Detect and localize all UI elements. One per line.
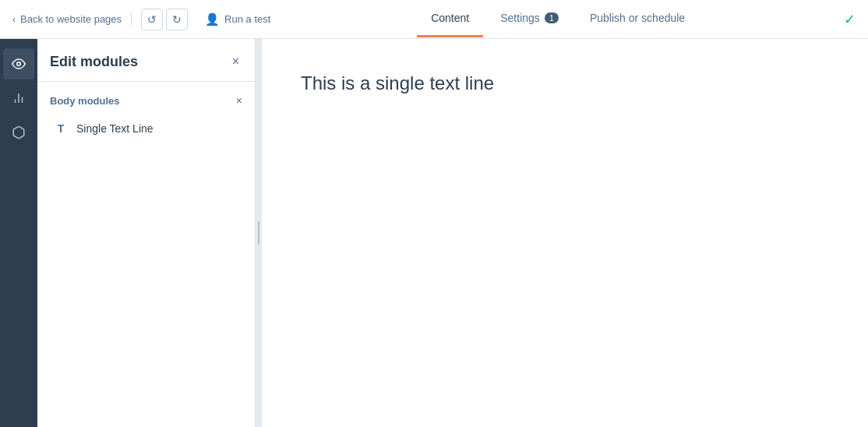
tab-publish[interactable]: Publish or schedule: [576, 1, 699, 37]
run-test-label: Run a test: [224, 13, 270, 25]
section-header: Body modules ×: [50, 94, 242, 107]
edit-panel-title: Edit modules: [50, 54, 138, 70]
redo-button[interactable]: ↻: [166, 9, 188, 30]
eye-icon: [12, 57, 26, 71]
undo-icon: ↺: [147, 13, 157, 26]
chart-icon: [12, 91, 26, 105]
edit-panel: Edit modules × Body modules × T Single T…: [37, 39, 256, 427]
redo-icon: ↻: [172, 13, 182, 26]
svg-point-0: [17, 62, 21, 66]
check-icon: ✓: [844, 11, 856, 28]
box-icon: [12, 125, 26, 139]
run-test-button[interactable]: 👤 Run a test: [197, 8, 278, 31]
sidebar-item-box[interactable]: [3, 117, 34, 148]
icon-sidebar: [0, 39, 37, 427]
tab-content-label: Content: [431, 12, 469, 24]
preview-area: This is a single text line: [262, 39, 868, 427]
edit-panel-body: Body modules × T Single Text Line: [37, 82, 255, 427]
tab-publish-label: Publish or schedule: [590, 12, 685, 24]
module-label: Single Text Line: [76, 122, 153, 135]
sidebar-item-chart[interactable]: [3, 83, 34, 114]
run-test-person-icon: 👤: [205, 12, 220, 26]
back-arrow-icon: ‹: [12, 14, 16, 25]
preview-text: This is a single text line: [301, 70, 829, 97]
nav-tabs: Content Settings 1 Publish or schedule: [417, 1, 699, 37]
tab-settings-label: Settings: [500, 12, 540, 24]
edit-panel-header: Edit modules ×: [37, 39, 255, 82]
resize-handle[interactable]: [256, 39, 262, 427]
nav-divider: [131, 12, 132, 27]
undo-redo-group: ↺ ↻: [141, 9, 188, 30]
section-close-button[interactable]: ×: [236, 94, 242, 107]
undo-button[interactable]: ↺: [141, 9, 163, 30]
back-link[interactable]: ‹ Back to website pages: [12, 13, 122, 25]
sidebar-item-eye[interactable]: [3, 48, 34, 79]
list-item[interactable]: T Single Text Line: [50, 116, 242, 141]
edit-panel-close-button[interactable]: ×: [229, 51, 242, 72]
tab-settings[interactable]: Settings 1: [486, 1, 573, 37]
settings-badge: 1: [545, 12, 559, 23]
back-link-label: Back to website pages: [20, 13, 122, 25]
tab-content[interactable]: Content: [417, 1, 483, 37]
main-area: Edit modules × Body modules × T Single T…: [0, 39, 868, 427]
section-title: Body modules: [50, 95, 120, 107]
top-nav: ‹ Back to website pages ↺ ↻ 👤 Run a test…: [0, 0, 868, 39]
text-module-icon: T: [53, 122, 69, 135]
